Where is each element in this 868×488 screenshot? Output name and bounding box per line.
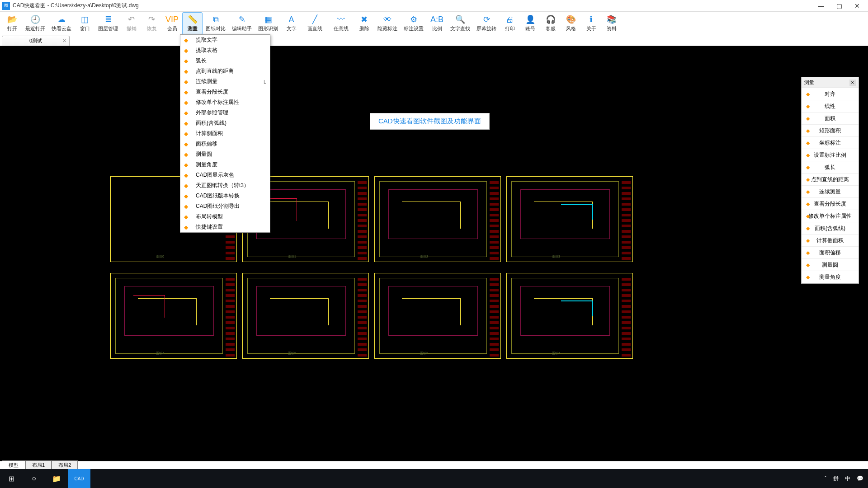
tool-freeline[interactable]: 〰任意线	[328, 12, 354, 35]
tool-vip[interactable]: VIP会员	[162, 12, 182, 35]
tool-ratio[interactable]: A:B比例	[427, 12, 447, 35]
tool-open[interactable]: 📂打开	[2, 12, 22, 35]
notifications-icon[interactable]: 💬	[857, 475, 863, 482]
panel-item[interactable]: ◆点到直线的距离	[802, 174, 859, 186]
menu-item[interactable]: ◆布局转模型	[180, 211, 270, 222]
panel-item[interactable]: ◆查看分段长度	[802, 198, 859, 210]
drawing-tile[interactable]: 图纸7	[506, 273, 633, 359]
tool-recent[interactable]: 🕘最近打开	[22, 12, 48, 35]
panel-item[interactable]: ◆坐标标注	[802, 137, 859, 149]
menu-item[interactable]: ◆连续测量L	[180, 76, 270, 87]
menu-item[interactable]: ◆测量角度	[180, 160, 270, 170]
menu-item[interactable]: ◆计算侧面积	[180, 128, 270, 139]
panel-item[interactable]: ◆计算侧面积	[802, 235, 859, 247]
menu-item[interactable]: ◆测量圆	[180, 149, 270, 160]
menu-item[interactable]: ◆CAD图纸版本转换	[180, 191, 270, 201]
tool-label: 快看云盘	[52, 25, 71, 32]
tool-label: 窗口	[80, 25, 90, 32]
cortana-button[interactable]: ○	[23, 469, 45, 488]
menu-item[interactable]: ◆查看分段长度	[180, 87, 270, 97]
panel-item[interactable]: ◆面积偏移	[802, 247, 859, 259]
hide-annot-icon: 👁	[382, 14, 393, 24]
layout-tab[interactable]: 布局2	[52, 460, 78, 470]
tool-edit-helper[interactable]: ✎编辑助手	[229, 12, 255, 35]
menu-item[interactable]: ◆面积(含弧线)	[180, 118, 270, 128]
menu-item[interactable]: ◆点到直线的距离	[180, 66, 270, 76]
measure-icon: 📏	[187, 14, 198, 24]
panel-item[interactable]: ◆面积(含弧线)	[802, 222, 859, 235]
drawing-tile[interactable]: 图纸5	[242, 273, 369, 359]
minimize-button[interactable]: —	[812, 0, 830, 11]
open-icon: 📂	[7, 14, 18, 24]
close-icon[interactable]: ✕	[62, 38, 66, 44]
drawing-tile[interactable]: 图纸6	[374, 273, 501, 359]
panel-item[interactable]: ◆矩形面积	[802, 125, 859, 137]
panel-item-label: 修改单个标注属性	[808, 212, 852, 220]
tool-print[interactable]: 🖨打印	[500, 12, 520, 35]
start-button[interactable]: ⊞	[0, 469, 23, 488]
tool-layer[interactable]: ≣图层管理	[95, 12, 121, 35]
menu-item[interactable]: ◆CAD图显示灰色	[180, 170, 270, 180]
tool-shape-recog[interactable]: ▦图形识别	[255, 12, 281, 35]
tray-chevron-icon[interactable]: ˄	[824, 475, 827, 482]
menu-item[interactable]: ◆面积偏移	[180, 139, 270, 149]
tool-compare[interactable]: ⧉图纸对比	[203, 12, 229, 35]
menu-item[interactable]: ◆弧长	[180, 56, 270, 66]
tool-delete[interactable]: ✖删除	[354, 12, 374, 35]
panel-item[interactable]: ◆修改单个标注属性	[802, 210, 859, 222]
panel-item[interactable]: ◆测量角度	[802, 271, 859, 283]
menu-item[interactable]: ◆快捷键设置	[180, 222, 270, 232]
panel-close-icon[interactable]: ✕	[849, 80, 856, 86]
tool-label: 风格	[566, 25, 576, 32]
layout-tab[interactable]: 布局1	[25, 460, 52, 470]
panel-item[interactable]: ◆设置标注比例	[802, 149, 859, 161]
tool-hide-annot[interactable]: 👁隐藏标注	[374, 12, 401, 35]
tool-undo[interactable]: ↶撤销	[121, 12, 142, 35]
tool-find-text[interactable]: 🔍文字查找	[447, 12, 473, 35]
system-tray[interactable]: ˄ 拼 中 💬	[824, 475, 868, 483]
panel-item-label: 计算侧面积	[816, 237, 844, 244]
drawing-tile[interactable]: 图纸4	[110, 273, 237, 359]
close-button[interactable]: ✕	[848, 0, 866, 11]
menu-item[interactable]: ◆CAD图纸分割导出	[180, 201, 270, 211]
tool-about[interactable]: ℹ关于	[581, 12, 601, 35]
maximize-button[interactable]: ▢	[830, 0, 848, 11]
tool-cloud[interactable]: ☁快看云盘	[48, 12, 75, 35]
tool-label: 图形识别	[258, 25, 278, 32]
panel-item-label: 查看分段长度	[814, 200, 846, 208]
tool-window[interactable]: ◫窗口	[75, 12, 95, 35]
tool-rotate[interactable]: ⟳屏幕旋转	[473, 12, 500, 35]
layout-tab[interactable]: 模型	[2, 460, 25, 470]
explorer-button[interactable]: 📁	[45, 469, 68, 488]
menu-item[interactable]: ◆提取表格	[180, 45, 270, 56]
menu-item[interactable]: ◆提取文字	[180, 35, 270, 45]
cad-app-button[interactable]: CAD	[68, 469, 90, 488]
panel-item[interactable]: ◆连续测量	[802, 186, 859, 198]
tool-label: 账号	[525, 25, 535, 32]
tool-account[interactable]: 👤账号	[520, 12, 540, 35]
drawing-canvas[interactable]: CAD快速看图软件截图及功能界面 图纸0图纸1图纸2图纸3图纸4图纸5图纸6图纸…	[0, 46, 868, 469]
drawing-tile[interactable]: 图纸3	[506, 176, 633, 262]
tool-annot-set[interactable]: ⚙标注设置	[401, 12, 427, 35]
tool-text[interactable]: A文字	[281, 12, 302, 35]
panel-item[interactable]: ◆线性	[802, 100, 859, 113]
tool-material[interactable]: 📚资料	[601, 12, 622, 35]
menu-item[interactable]: ◆天正图纸转换（转t3）	[180, 180, 270, 191]
ratio-icon: A:B	[432, 14, 443, 24]
panel-item[interactable]: ◆面积	[802, 113, 859, 125]
menu-item[interactable]: ◆修改单个标注属性	[180, 97, 270, 108]
panel-item[interactable]: ◆弧长	[802, 161, 859, 174]
tool-style[interactable]: 🎨风格	[561, 12, 581, 35]
file-tab[interactable]: 0测试 ✕	[2, 36, 70, 46]
tool-line[interactable]: ╱画直线	[302, 12, 328, 35]
drawing-tile[interactable]: 图纸2	[374, 176, 501, 262]
menu-icon: ◆	[184, 130, 192, 137]
ime-indicator[interactable]: 拼	[833, 475, 839, 483]
panel-item[interactable]: ◆测量圆	[802, 259, 859, 271]
tool-measure[interactable]: 📏测量	[182, 12, 203, 35]
ime-lang[interactable]: 中	[845, 475, 850, 483]
tool-service[interactable]: 🎧客服	[540, 12, 561, 35]
panel-item[interactable]: ◆对齐	[802, 88, 859, 100]
tool-redo[interactable]: ↷恢复	[142, 12, 162, 35]
menu-item[interactable]: ◆外部参照管理	[180, 108, 270, 118]
